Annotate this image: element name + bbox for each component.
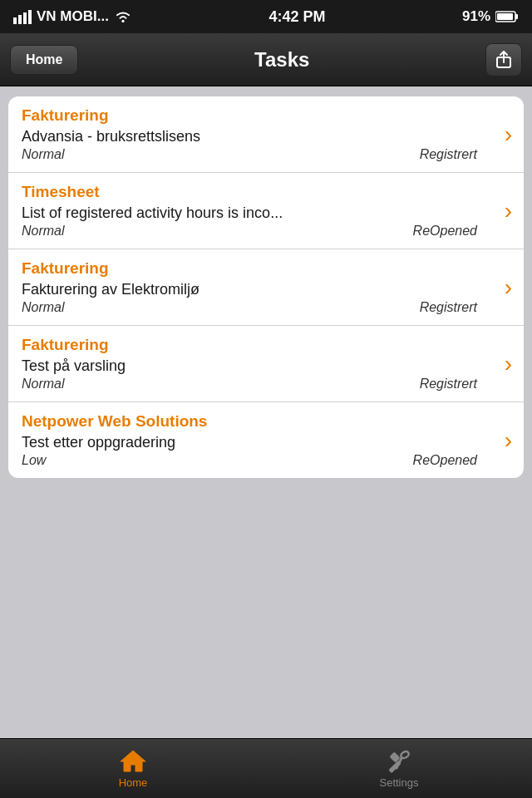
chevron-right-icon: ›: [505, 351, 512, 377]
task-meta: Normal ReOpened: [22, 224, 510, 239]
home-icon: [119, 748, 147, 773]
task-category: Fakturering: [22, 336, 510, 354]
task-title: Advansia - bruksrettslisens: [22, 128, 510, 145]
task-priority: Normal: [22, 147, 65, 162]
task-item[interactable]: Timesheet List of registered activity ho…: [8, 173, 524, 249]
signal-icon: [13, 9, 32, 24]
task-item[interactable]: Fakturering Advansia - bruksrettslisens …: [8, 96, 524, 173]
task-item[interactable]: Fakturering Fakturering av Elektromiljø …: [8, 249, 524, 326]
status-bar: VN MOBI... 4:42 PM 91%: [0, 0, 532, 33]
battery-icon: [495, 10, 519, 23]
task-item[interactable]: Fakturering Test på varsling Normal Regi…: [8, 326, 524, 402]
task-priority: Normal: [22, 300, 65, 315]
chevron-right-icon: ›: [505, 198, 512, 224]
task-row: Advansia - bruksrettslisens: [22, 128, 510, 145]
settings-icon: [385, 748, 413, 773]
svg-rect-0: [13, 17, 17, 24]
page-title: Tasks: [78, 48, 485, 71]
svg-rect-3: [28, 10, 32, 24]
home-button[interactable]: Home: [10, 45, 78, 75]
nav-bar: Home Tasks: [0, 33, 532, 86]
svg-rect-6: [515, 14, 518, 19]
svg-rect-2: [23, 12, 27, 24]
task-priority: Low: [22, 453, 46, 468]
task-title: Test på varsling: [22, 357, 510, 375]
svg-rect-1: [18, 15, 22, 24]
task-row: Test etter oppgradering: [22, 434, 510, 451]
task-priority: Normal: [22, 377, 65, 392]
task-title: List of registered activity hours is inc…: [22, 204, 510, 222]
task-status: Registrert: [420, 147, 477, 162]
task-category: Fakturering: [22, 106, 510, 125]
time-display: 4:42 PM: [268, 8, 325, 26]
battery-percent: 91%: [462, 8, 490, 25]
task-title: Test etter oppgradering: [22, 434, 510, 451]
task-status: ReOpened: [413, 453, 477, 468]
share-icon: [493, 49, 515, 71]
chevron-right-icon: ›: [505, 274, 512, 301]
tab-home[interactable]: Home: [0, 739, 266, 798]
task-meta: Low ReOpened: [22, 453, 510, 468]
svg-marker-10: [121, 751, 145, 771]
task-category: Timesheet: [22, 183, 510, 201]
task-title: Fakturering av Elektromiljø: [22, 281, 510, 298]
task-meta: Normal Registrert: [22, 147, 510, 162]
status-left: VN MOBI...: [13, 8, 132, 25]
task-meta: Normal Registrert: [22, 377, 510, 392]
task-list: Fakturering Advansia - bruksrettslisens …: [8, 96, 524, 478]
tab-home-label: Home: [119, 776, 148, 789]
task-category: Netpower Web Solutions: [22, 412, 510, 431]
share-button[interactable]: [485, 43, 522, 76]
svg-point-4: [121, 20, 124, 22]
task-category: Fakturering: [22, 259, 510, 278]
task-priority: Normal: [22, 224, 65, 239]
task-row: Fakturering av Elektromiljø: [22, 281, 510, 298]
task-status: Registrert: [420, 377, 477, 392]
content-area: Fakturering Advansia - bruksrettslisens …: [0, 86, 532, 738]
task-meta: Normal Registrert: [22, 300, 510, 315]
carrier-text: VN MOBI...: [37, 8, 109, 25]
status-right: 91%: [462, 8, 519, 25]
chevron-right-icon: ›: [505, 121, 512, 148]
task-status: ReOpened: [413, 224, 477, 239]
svg-rect-7: [497, 13, 513, 20]
task-item[interactable]: Netpower Web Solutions Test etter oppgra…: [8, 402, 524, 478]
svg-rect-12: [390, 752, 401, 763]
tab-settings[interactable]: Settings: [266, 739, 532, 798]
wifi-icon: [114, 9, 132, 24]
chevron-right-icon: ›: [505, 427, 512, 454]
task-row: Test på varsling: [22, 357, 510, 375]
tab-settings-label: Settings: [380, 776, 419, 789]
task-row: List of registered activity hours is inc…: [22, 204, 510, 222]
tab-bar: Home Settings: [0, 738, 532, 798]
task-status: Registrert: [420, 300, 477, 315]
